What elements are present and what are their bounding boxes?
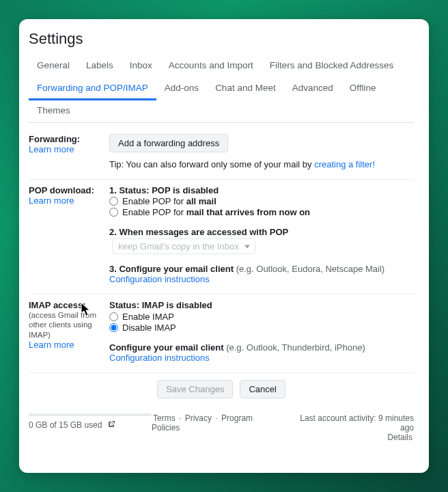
forwarding-tip-text: Tip: You can also forward only some of y… bbox=[109, 159, 314, 169]
imap-configure-label: Configure your email client bbox=[109, 342, 226, 353]
imap-enable-label: Enable IMAP bbox=[122, 312, 174, 322]
pop-configure-note: (e.g. Outlook, Eudora, Netscape Mail) bbox=[236, 264, 385, 274]
pop-heading: POP download: bbox=[29, 185, 109, 195]
tab-forwarding[interactable]: Forwarding and POP/IMAP bbox=[29, 77, 156, 100]
tab-accounts[interactable]: Accounts and Import bbox=[160, 55, 262, 78]
tab-advanced[interactable]: Advanced bbox=[284, 77, 341, 100]
tab-addons[interactable]: Add-ons bbox=[156, 77, 207, 100]
section-forwarding: Forwarding: Learn more Add a forwarding … bbox=[29, 128, 414, 180]
forwarding-heading: Forwarding: bbox=[29, 134, 109, 144]
details-link[interactable]: Details bbox=[387, 433, 412, 442]
imap-learn-more-link[interactable]: Learn more bbox=[29, 340, 74, 350]
imap-option-enable[interactable]: Enable IMAP bbox=[109, 312, 414, 322]
pop-option-all-mail[interactable]: Enable POP for all mail bbox=[109, 196, 414, 206]
section-pop: POP download: Learn more 1. Status: POP … bbox=[29, 180, 414, 295]
storage-text: 0 GB of 15 GB used bbox=[29, 420, 102, 430]
tab-chat[interactable]: Chat and Meet bbox=[207, 77, 284, 100]
section-imap: IMAP access: (access Gmail from other cl… bbox=[29, 295, 414, 373]
imap-radio-disable[interactable] bbox=[109, 323, 118, 332]
imap-radio-enable[interactable] bbox=[109, 312, 118, 321]
add-forwarding-address-button[interactable]: Add a forwarding address bbox=[109, 134, 228, 152]
tab-general[interactable]: General bbox=[29, 55, 78, 78]
forwarding-learn-more-link[interactable]: Learn more bbox=[29, 144, 74, 154]
pop-learn-more-link[interactable]: Learn more bbox=[29, 195, 74, 206]
pop-status-value: POP is disabled bbox=[152, 185, 219, 195]
external-link-icon[interactable] bbox=[107, 420, 115, 428]
tab-offline[interactable]: Offline bbox=[341, 77, 384, 100]
pop-radio-all-mail[interactable] bbox=[109, 197, 118, 206]
imap-sub: (access Gmail from other clients using I… bbox=[29, 310, 109, 340]
pop-when-label: 2. When messages are accessed with POP bbox=[109, 227, 288, 237]
tab-labels[interactable]: Labels bbox=[78, 55, 122, 78]
imap-status-value: IMAP is disabled bbox=[142, 300, 212, 310]
page-title: Settings bbox=[29, 29, 414, 55]
terms-link[interactable]: Terms bbox=[153, 413, 176, 423]
settings-window: Settings General Labels Inbox Accounts a… bbox=[19, 19, 429, 473]
pop-opt2-bold: mail that arrives from now on bbox=[186, 207, 310, 217]
save-button[interactable]: Save Changes bbox=[157, 380, 233, 398]
imap-option-disable[interactable]: Disable IMAP bbox=[109, 323, 414, 333]
tab-themes[interactable]: Themes bbox=[29, 100, 79, 123]
pop-opt1-bold: all mail bbox=[186, 196, 216, 206]
imap-configure-note: (e.g. Outlook, Thunderbird, iPhone) bbox=[226, 342, 365, 353]
imap-config-instructions-link[interactable]: Configuration instructions bbox=[109, 353, 210, 363]
activity-text: Last account activity: 9 minutes ago bbox=[284, 413, 414, 433]
imap-heading: IMAP access: bbox=[29, 300, 109, 310]
tab-inbox[interactable]: Inbox bbox=[122, 55, 160, 78]
create-filter-link[interactable]: creating a filter! bbox=[314, 159, 375, 169]
imap-disable-label: Disable IMAP bbox=[122, 323, 176, 333]
footer: 0 GB of 15 GB used Terms · Privacy · Pro… bbox=[29, 413, 414, 442]
pop-opt2-prefix: Enable POP for bbox=[122, 207, 186, 217]
tabs-bar: General Labels Inbox Accounts and Import… bbox=[29, 55, 414, 123]
pop-status-label: 1. Status: bbox=[109, 185, 152, 195]
imap-status-label: Status: bbox=[109, 300, 142, 310]
privacy-link[interactable]: Privacy bbox=[185, 413, 212, 423]
pop-opt1-prefix: Enable POP for bbox=[122, 196, 186, 206]
pop-configure-label: 3. Configure your email client bbox=[109, 264, 236, 274]
pop-radio-from-now[interactable] bbox=[109, 208, 118, 217]
pop-when-select[interactable]: keep Gmail's copy in the Inbox bbox=[112, 238, 255, 254]
pop-config-instructions-link[interactable]: Configuration instructions bbox=[109, 274, 210, 284]
pop-option-from-now[interactable]: Enable POP for mail that arrives from no… bbox=[109, 207, 414, 217]
tab-filters[interactable]: Filters and Blocked Addresses bbox=[262, 55, 402, 78]
content: Forwarding: Learn more Add a forwarding … bbox=[29, 123, 414, 442]
action-row: Save Changes Cancel bbox=[29, 373, 414, 413]
storage-bar bbox=[29, 413, 152, 416]
cancel-button[interactable]: Cancel bbox=[240, 380, 285, 398]
